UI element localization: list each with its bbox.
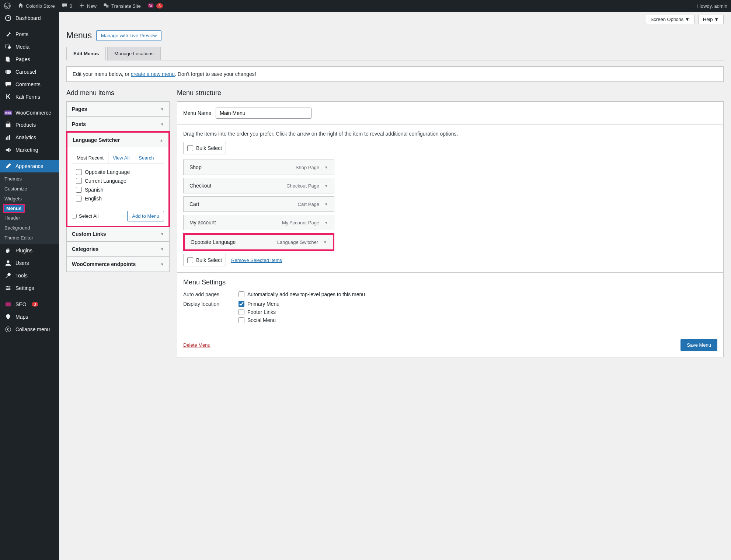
loc-footer[interactable]: Footer Links <box>239 309 279 315</box>
chevron-down-icon[interactable]: ▼ <box>324 202 328 206</box>
appearance-icon <box>4 163 12 169</box>
tab-manage-locations[interactable]: Manage Locations <box>107 47 160 60</box>
site-link[interactable]: Colorlib Store <box>18 3 55 10</box>
new-link[interactable]: New <box>79 3 97 10</box>
check-current-language[interactable]: Current Language <box>76 176 160 185</box>
screen-options-tab[interactable]: Screen Options ▼ <box>646 15 695 24</box>
sidebar-item-carousel[interactable]: Carousel <box>0 66 59 78</box>
maps-icon <box>4 314 12 320</box>
menu-item-checkout[interactable]: CheckoutCheckout Page▼ <box>183 178 334 193</box>
sub-background[interactable]: Background <box>0 223 59 233</box>
loc-primary[interactable]: Primary Menu <box>239 301 279 307</box>
sidebar-item-users[interactable]: Users <box>0 257 59 269</box>
chevron-down-icon[interactable]: ▼ <box>324 165 328 169</box>
page-title: Menus <box>66 31 92 41</box>
menu-item-my-account[interactable]: My accountMy Account Page▼ <box>183 215 334 230</box>
sub-customize[interactable]: Customize <box>0 184 59 194</box>
svg-rect-2 <box>106 5 108 7</box>
svg-rect-23 <box>6 302 11 307</box>
svg-rect-13 <box>6 137 7 140</box>
yoast-icon <box>147 2 154 10</box>
sub-theme-editor[interactable]: Theme Editor <box>0 233 59 243</box>
sidebar-item-marketing[interactable]: Marketing <box>0 144 59 156</box>
yoast-badge: 3 <box>156 3 163 8</box>
sidebar-item-settings[interactable]: Settings <box>0 282 59 294</box>
sub-header[interactable]: Header <box>0 213 59 223</box>
accordion-language-switcher-header[interactable]: Language Switcher▲ <box>67 133 168 147</box>
sidebar-item-analytics[interactable]: Analytics <box>0 131 59 144</box>
inner-tab-recent[interactable]: Most Recent <box>72 152 108 164</box>
sidebar-item-dashboard[interactable]: Dashboard <box>0 12 59 24</box>
inner-tab-all[interactable]: View All <box>108 152 134 164</box>
auto-add-option[interactable]: Automatically add new top-level pages to… <box>239 291 365 297</box>
menu-name-input[interactable] <box>216 108 311 119</box>
sidebar-item-plugins[interactable]: Plugins <box>0 244 59 257</box>
sub-widgets[interactable]: Widgets <box>0 194 59 204</box>
menu-item-cart[interactable]: CartCart Page▼ <box>183 196 334 212</box>
sidebar-item-pages[interactable]: Pages <box>0 53 59 66</box>
loc-social[interactable]: Social Menu <box>239 317 279 323</box>
chevron-down-icon[interactable]: ▼ <box>324 184 328 188</box>
sidebar-item-tools[interactable]: Tools <box>0 269 59 282</box>
sidebar-item-woo[interactable]: wooWooCommerce <box>0 107 59 119</box>
accordion-pages[interactable]: Pages▼ <box>67 102 169 116</box>
sidebar-item-seo[interactable]: SEO3 <box>0 298 59 311</box>
comment-icon <box>4 81 12 88</box>
sidebar-item-maps[interactable]: Maps <box>0 311 59 323</box>
sidebar-item-kali[interactable]: KKali Forms <box>0 91 59 103</box>
svg-rect-8 <box>7 58 10 63</box>
tab-edit-menus[interactable]: Edit Menus <box>66 47 106 60</box>
yoast-link[interactable]: 3 <box>147 2 163 10</box>
sidebar-item-appearance[interactable]: Appearance <box>0 160 59 172</box>
menu-item-shop[interactable]: ShopShop Page▼ <box>183 160 334 175</box>
accordion-custom-links[interactable]: Custom Links▼ <box>67 227 169 241</box>
sidebar-sub-appearance: Themes Customize Widgets Menus Header Ba… <box>0 172 59 244</box>
bulk-select-bottom[interactable]: Bulk Select <box>183 254 226 266</box>
translate-link[interactable]: Translate Site <box>103 3 141 10</box>
svg-point-21 <box>8 287 10 289</box>
wp-logo[interactable] <box>4 2 11 10</box>
admin-topbar: Colorlib Store 0 New Translate Site 3 Ho… <box>0 0 731 12</box>
create-menu-link[interactable]: create a new menu <box>131 71 175 77</box>
menu-item-opposite-language[interactable]: Opposite LanguageLanguage Switcher▼ <box>183 233 334 251</box>
remove-selected-link[interactable]: Remove Selected Items <box>231 258 282 263</box>
select-all-toggle[interactable]: Select All <box>72 213 98 219</box>
greeting: Howdy, admin <box>697 3 727 9</box>
users-icon <box>4 260 12 266</box>
check-english[interactable]: English <box>76 194 160 203</box>
svg-point-20 <box>7 286 8 288</box>
menu-panel: Menu Name Drag the items into the order … <box>177 101 724 357</box>
sidebar-item-collapse[interactable]: Collapse menu <box>0 323 59 336</box>
accordion-woo-endpoints[interactable]: WooCommerce endpoints▼ <box>67 257 169 272</box>
bulk-select-top[interactable]: Bulk Select <box>183 142 226 154</box>
marketing-icon <box>4 147 12 153</box>
sidebar-item-products[interactable]: Products <box>0 119 59 131</box>
save-menu-button[interactable]: Save Menu <box>680 339 717 351</box>
pages-icon <box>4 56 12 63</box>
comments-link[interactable]: 0 <box>62 3 72 10</box>
sidebar-item-comments[interactable]: Comments <box>0 78 59 91</box>
svg-point-22 <box>7 289 8 290</box>
translate-label: Translate Site <box>111 3 141 9</box>
check-opposite-language[interactable]: Opposite Language <box>76 168 160 176</box>
svg-rect-10 <box>6 70 6 73</box>
account-link[interactable]: Howdy, admin <box>697 3 727 9</box>
help-tab[interactable]: Help ▼ <box>698 15 724 24</box>
add-to-menu-button[interactable]: Add to Menu <box>127 211 164 221</box>
manage-live-preview-button[interactable]: Manage with Live Preview <box>96 30 161 41</box>
seo-badge: 3 <box>32 302 38 307</box>
svg-rect-12 <box>6 123 11 127</box>
inner-tab-search[interactable]: Search <box>134 152 158 164</box>
sidebar-item-posts[interactable]: Posts <box>0 28 59 41</box>
accordion-posts[interactable]: Posts▼ <box>67 117 169 132</box>
comment-icon <box>62 3 67 10</box>
pin-icon <box>4 31 12 38</box>
chevron-down-icon[interactable]: ▼ <box>323 240 327 244</box>
check-spanish[interactable]: Spanish <box>76 185 160 194</box>
sub-menus[interactable]: Menus <box>3 204 25 213</box>
chevron-down-icon[interactable]: ▼ <box>324 221 328 225</box>
delete-menu-link[interactable]: Delete Menu <box>183 342 210 348</box>
sidebar-item-media[interactable]: Media <box>0 41 59 53</box>
accordion-categories[interactable]: Categories▼ <box>67 242 169 256</box>
sub-themes[interactable]: Themes <box>0 174 59 184</box>
